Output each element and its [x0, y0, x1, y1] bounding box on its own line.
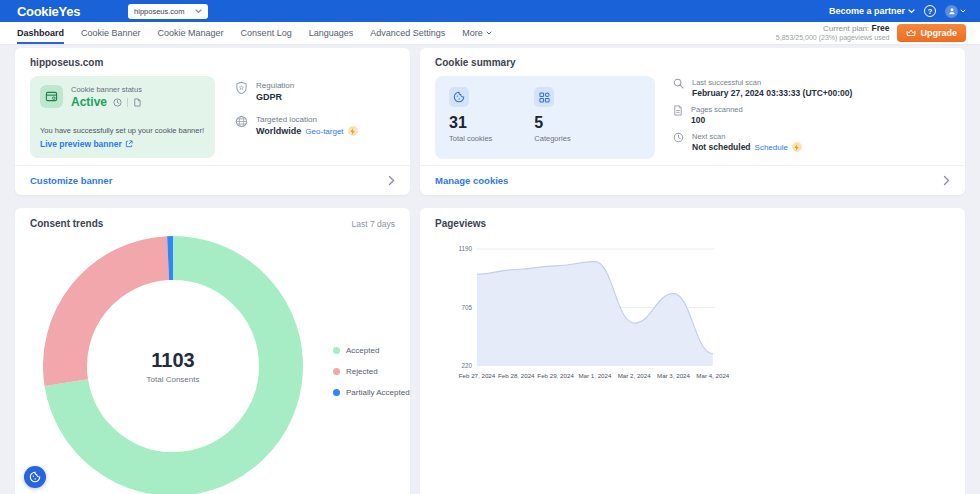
banner-status-label: Cookie banner status	[71, 85, 142, 94]
chevron-down-icon	[960, 9, 966, 13]
domain-selector-value: hipposeus.com	[134, 7, 184, 16]
site-title: hipposeus.com	[30, 57, 395, 68]
live-preview-link[interactable]: Live preview banner	[40, 139, 205, 149]
tab-more[interactable]: More	[462, 22, 492, 44]
chevron-right-icon	[388, 175, 395, 186]
legend-dot-partially-accepted	[333, 389, 340, 396]
consent-trends-title: Consent trends	[30, 218, 103, 229]
cookie-stats-panel: 31 Total cookies 5 Categories	[435, 76, 655, 159]
site-overview-card: hipposeus.com Cookie banner status Activ…	[15, 48, 410, 195]
plan-label: Current plan:	[823, 24, 869, 33]
tab-consent-log[interactable]: Consent Log	[241, 22, 292, 44]
search-icon	[673, 78, 684, 98]
svg-text:1190: 1190	[458, 245, 472, 252]
divider	[127, 98, 128, 107]
tab-languages[interactable]: Languages	[309, 22, 354, 44]
location-label: Targeted location	[256, 115, 358, 124]
last-scan-row: Last successful scan February 27, 2024 0…	[673, 78, 852, 98]
categories-grid-icon	[534, 87, 554, 107]
premium-spark-icon	[348, 126, 358, 136]
regulation-value: GDPR	[256, 92, 294, 102]
plan-usage: 5,853/25,000 (23%) pageviews used	[776, 34, 890, 43]
document-icon	[673, 105, 683, 125]
tab-dashboard[interactable]: Dashboard	[17, 22, 64, 44]
svg-text:Mar 1, 2024: Mar 1, 2024	[578, 372, 612, 379]
scan-info-list: Last successful scan February 27, 2024 0…	[673, 76, 852, 159]
shield-icon	[235, 81, 248, 102]
cookie-icon	[29, 471, 41, 483]
legend-rejected: Rejected	[333, 367, 410, 376]
consent-legend: Accepted Rejected Partially Accepted	[333, 346, 410, 397]
banner-status-value: Active	[71, 95, 107, 109]
regulation-item: Regulation GDPR	[235, 81, 358, 102]
next-scan-row: Next scan Not scheduled Schedule	[673, 132, 852, 152]
external-link-icon	[125, 140, 133, 148]
consent-range-label: Last 7 days	[352, 219, 395, 229]
cookie-summary-card: Cookie summary 31 Total cookies 5	[420, 48, 965, 195]
site-meta: Regulation GDPR Targeted location Worldw…	[235, 76, 358, 158]
regulation-label: Regulation	[256, 81, 294, 90]
nav-bar: Dashboard Cookie Banner Cookie Manager C…	[0, 22, 980, 45]
plan-info: Current plan: Free 5,853/25,000 (23%) pa…	[776, 23, 890, 43]
consent-trends-card: Consent trends Last 7 days 1103 Total Co…	[15, 208, 410, 494]
clock-icon	[673, 132, 684, 152]
nav-tabs: Dashboard Cookie Banner Cookie Manager C…	[17, 22, 492, 44]
pages-scanned-row: Pages scanned 100	[673, 105, 852, 125]
plan-name: Free	[872, 23, 890, 33]
install-code-icon[interactable]	[133, 98, 141, 107]
consent-donut-chart	[43, 236, 303, 494]
cookieyes-logo: CookieYes	[17, 4, 80, 19]
tab-cookie-banner[interactable]: Cookie Banner	[81, 22, 141, 44]
chevron-down-icon	[908, 9, 915, 14]
become-partner-link[interactable]: Become a partner	[829, 6, 915, 16]
cookie-summary-title: Cookie summary	[435, 57, 950, 68]
top-bar: CookieYes hipposeus.com Become a partner…	[0, 0, 980, 22]
legend-accepted: Accepted	[333, 346, 410, 355]
legend-partially-accepted: Partially Accepted	[333, 388, 410, 397]
svg-text:Feb 29, 2024: Feb 29, 2024	[537, 372, 574, 379]
plan-area: Current plan: Free 5,853/25,000 (23%) pa…	[776, 23, 966, 43]
upgrade-button[interactable]: Upgrade	[897, 24, 966, 42]
topbar-right: Become a partner ?	[829, 5, 966, 18]
svg-text:705: 705	[461, 304, 472, 311]
svg-text:Mar 4, 2024: Mar 4, 2024	[696, 372, 730, 379]
banner-icon	[40, 85, 63, 108]
domain-selector[interactable]: hipposeus.com	[128, 4, 208, 19]
location-value: Worldwide	[256, 126, 301, 136]
svg-text:220: 220	[461, 362, 472, 369]
svg-text:Mar 2, 2024: Mar 2, 2024	[618, 372, 652, 379]
globe-icon	[235, 115, 248, 136]
dashboard-content: hipposeus.com Cookie banner status Activ…	[0, 45, 980, 494]
schedule-link[interactable]: Schedule	[755, 143, 788, 152]
chevron-right-icon	[943, 175, 950, 186]
legend-dot-accepted	[333, 347, 340, 354]
cookie-consent-widget-button[interactable]	[24, 466, 46, 488]
pageviews-area-chart: 2207051190Feb 27, 2024Feb 28, 2024Feb 29…	[450, 240, 750, 385]
manage-cookies-action[interactable]: Manage cookies	[420, 165, 965, 195]
svg-text:Feb 27, 2024: Feb 27, 2024	[459, 372, 496, 379]
chevron-down-icon	[195, 9, 202, 14]
avatar	[945, 5, 958, 18]
svg-text:Mar 3, 2024: Mar 3, 2024	[657, 372, 691, 379]
history-clock-icon[interactable]	[113, 98, 122, 107]
legend-dot-rejected	[333, 368, 340, 375]
svg-text:Feb 28, 2024: Feb 28, 2024	[498, 372, 535, 379]
help-icon[interactable]: ?	[924, 5, 936, 17]
banner-success-message: You have successfully set up your cookie…	[40, 126, 205, 136]
tab-cookie-manager[interactable]: Cookie Manager	[158, 22, 224, 44]
pageviews-title: Pageviews	[420, 208, 965, 229]
cookie-icon	[449, 87, 469, 107]
total-cookies-stat: 31 Total cookies	[449, 87, 492, 148]
geo-target-link[interactable]: Geo-target	[305, 127, 343, 136]
customize-banner-action[interactable]: Customize banner	[15, 165, 410, 195]
tab-advanced-settings[interactable]: Advanced Settings	[370, 22, 445, 44]
banner-status-panel: Cookie banner status Active	[30, 76, 215, 158]
premium-spark-icon	[792, 142, 802, 152]
location-item: Targeted location Worldwide Geo-target	[235, 115, 358, 136]
chevron-down-icon	[486, 31, 492, 35]
crown-icon	[906, 29, 916, 37]
categories-stat: 5 Categories	[534, 87, 570, 148]
account-menu[interactable]	[945, 5, 966, 18]
pageviews-card: Pageviews 2207051190Feb 27, 2024Feb 28, …	[420, 208, 965, 494]
